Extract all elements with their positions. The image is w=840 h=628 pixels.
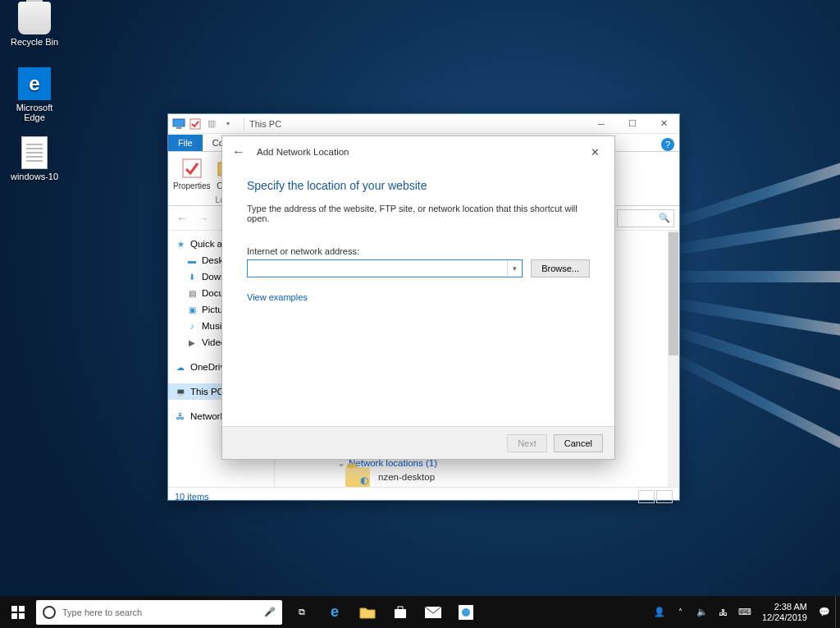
titlebar[interactable]: ▥ ▾ This PC ─ ☐ ✕	[168, 114, 679, 134]
svg-rect-1	[176, 127, 181, 129]
quick-access-toolbar: ▥ ▾	[168, 117, 239, 131]
svg-rect-3	[183, 159, 201, 177]
status-text: 10 items	[175, 492, 209, 502]
taskbar-app-store[interactable]	[384, 596, 417, 628]
network-tray-icon[interactable]: 🖧	[713, 596, 734, 628]
search-icon: 🔍	[659, 213, 670, 223]
wizard-title: Add Network Location	[257, 147, 349, 157]
music-icon: ♪	[186, 320, 198, 332]
microphone-icon[interactable]: 🎤	[264, 607, 276, 617]
desktop-icon-edge[interactable]: e Microsoft Edge	[5, 67, 64, 122]
desktop-icon-recycle-bin[interactable]: Recycle Bin	[5, 2, 64, 47]
edge-icon: e	[18, 67, 51, 100]
folder-qat-icon[interactable]: ▥	[204, 117, 219, 131]
volume-icon[interactable]: 🔈	[692, 596, 713, 628]
browse-button[interactable]: Browse...	[531, 259, 590, 277]
desktop-icon-label: Microsoft Edge	[5, 103, 64, 122]
view-examples-link[interactable]: View examples	[247, 292, 308, 302]
show-desktop-button[interactable]	[835, 596, 840, 628]
clock-time: 2:38 AM	[762, 602, 807, 612]
tab-file[interactable]: File	[168, 135, 203, 151]
network-folder-icon: ◐	[345, 467, 370, 487]
address-combobox[interactable]: ▾	[247, 259, 523, 277]
network-icon: 🖧	[175, 410, 186, 422]
desktop-icon: ▬	[186, 254, 198, 266]
properties-icon	[179, 155, 205, 181]
help-icon[interactable]: ?	[661, 138, 674, 151]
svg-rect-6	[11, 613, 17, 619]
search-placeholder: Type here to search	[62, 607, 142, 617]
taskbar: Type here to search 🎤 ⧉ e 👤 ˄ 🔈 🖧 ⌨ 2:38…	[0, 596, 840, 628]
view-large-button[interactable]	[656, 490, 673, 503]
taskbar-app-generic[interactable]	[450, 596, 482, 628]
video-icon: ▶	[186, 337, 198, 348]
taskbar-search[interactable]: Type here to search 🎤	[36, 600, 282, 625]
tray-chevron-up-icon[interactable]: ˄	[670, 596, 692, 628]
scrollbar-thumb[interactable]	[669, 232, 678, 355]
minimize-button[interactable]: ─	[586, 114, 617, 134]
wizard-heading: Specify the location of your website	[247, 179, 590, 192]
taskbar-app-edge[interactable]: e	[318, 596, 351, 628]
computer-icon: 💻	[175, 386, 186, 397]
computer-icon	[171, 117, 186, 131]
clock-date: 12/24/2019	[762, 612, 807, 623]
address-label: Internet or network address:	[247, 246, 590, 256]
start-button[interactable]	[0, 596, 36, 628]
status-bar: 10 items	[168, 487, 679, 505]
back-button[interactable]: ←	[173, 209, 191, 227]
desktop-icon-label: Recycle Bin	[5, 37, 64, 47]
address-input[interactable]	[248, 264, 507, 273]
desktop-light-rays	[660, 213, 840, 378]
svg-rect-0	[173, 119, 185, 126]
window-title: This PC	[249, 119, 281, 129]
windows-logo-icon	[11, 606, 25, 619]
properties-qat-icon[interactable]	[188, 117, 203, 131]
wizard-close-button[interactable]: ✕	[582, 142, 608, 162]
back-arrow-icon[interactable]: ←	[229, 142, 249, 162]
qat-dropdown-icon[interactable]: ▾	[221, 117, 235, 131]
add-network-location-dialog: ← Add Network Location ✕ Specify the loc…	[221, 135, 615, 460]
view-details-button[interactable]	[638, 490, 655, 503]
maximize-button[interactable]: ☐	[617, 114, 648, 134]
wizard-description: Type the address of the website, FTP sit…	[247, 204, 590, 223]
search-box[interactable]: 🔍	[617, 209, 674, 227]
svg-rect-7	[19, 613, 25, 619]
svg-rect-2	[190, 119, 200, 129]
chevron-down-icon[interactable]: ▾	[507, 260, 522, 277]
taskbar-app-mail[interactable]	[417, 596, 450, 628]
download-icon: ⬇	[186, 271, 198, 282]
svg-rect-4	[11, 606, 17, 612]
next-button: Next	[507, 434, 547, 452]
close-button[interactable]: ✕	[648, 114, 679, 134]
svg-point-12	[462, 608, 470, 617]
action-center-icon[interactable]: 💬	[814, 596, 835, 628]
wizard-titlebar[interactable]: ← Add Network Location ✕	[222, 136, 614, 167]
ribbon-properties-button[interactable]: Properties	[168, 155, 216, 205]
wizard-footer: Next Cancel	[222, 426, 614, 459]
keyboard-icon[interactable]: ⌨	[734, 596, 756, 628]
picture-icon: ▣	[186, 304, 198, 315]
system-tray: 👤 ˄ 🔈 🖧 ⌨ 2:38 AM 12/24/2019 💬	[649, 596, 840, 628]
desktop-icon-textfile[interactable]: windows-10	[5, 136, 64, 181]
ribbon-label: Properties	[173, 181, 211, 190]
network-location-item[interactable]: ◐ nzen-desktop	[345, 467, 435, 487]
svg-rect-5	[19, 606, 25, 612]
text-file-icon	[21, 136, 48, 169]
desktop-icon-label: windows-10	[5, 172, 64, 181]
task-view-button[interactable]: ⧉	[285, 596, 318, 628]
recycle-bin-icon	[18, 2, 51, 34]
taskbar-app-explorer[interactable]	[351, 596, 384, 628]
forward-button[interactable]: →	[194, 209, 212, 227]
cortana-icon	[43, 606, 56, 619]
people-icon[interactable]: 👤	[649, 596, 670, 628]
document-icon: ▤	[186, 287, 198, 299]
svg-rect-8	[395, 609, 406, 618]
clock[interactable]: 2:38 AM 12/24/2019	[756, 602, 814, 623]
cancel-button[interactable]: Cancel	[554, 434, 603, 452]
cloud-icon: ☁	[175, 361, 186, 373]
scrollbar[interactable]	[668, 231, 679, 487]
star-icon: ★	[175, 238, 186, 250]
